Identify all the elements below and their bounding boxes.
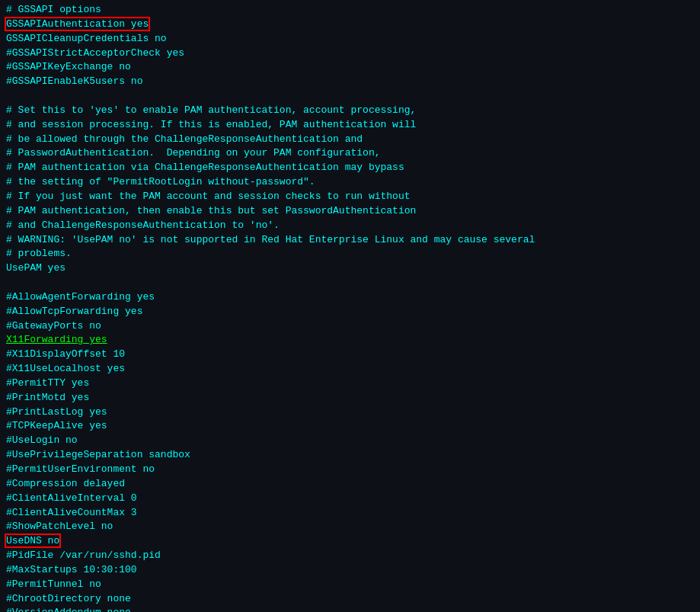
line-gssapi-cleanup: GSSAPICleanupCredentials no xyxy=(6,32,694,46)
line-gssapi-auth: GSSAPIAuthentication yes xyxy=(6,18,694,32)
line-pam-comment-7: # If you just want the PAM account and s… xyxy=(6,190,694,204)
line-x11forwarding: X11Forwarding yes xyxy=(6,333,694,348)
terminal-window: # GSSAPI options GSSAPIAuthentication ye… xyxy=(0,0,700,612)
line-permit-user-env: #PermitUserEnvironment no xyxy=(6,463,694,477)
line-pam-comment-9: # and ChallengeResponseAuthentication to… xyxy=(6,219,694,233)
line-print-lastlog: #PrintLastLog yes xyxy=(6,405,694,420)
line-pam-comment-5: # PAM authentication via ChallengeRespon… xyxy=(6,161,694,175)
line-gssapi-k5users: #GSSAPIEnableK5users no xyxy=(6,75,694,89)
line-allow-agent: #AllowAgentForwarding yes xyxy=(6,290,694,305)
x11forwarding-highlighted: X11Forwarding yes xyxy=(6,334,107,345)
line-tcp-keepalive: #TCPKeepAlive yes xyxy=(6,419,694,434)
line-pam-comment-8: # PAM authentication, then enable this b… xyxy=(6,204,694,219)
line-gssapi-keyexchange: #GSSAPIKeyExchange no xyxy=(6,60,694,75)
line-x11-localhost: #X11UseLocalhost yes xyxy=(6,362,694,376)
line-usedns: UseDNS no xyxy=(6,534,694,549)
line-gssapi-strict: #GSSAPIStrictAcceptorCheck yes xyxy=(6,46,694,61)
line-version-addendum: #VersionAddendum none xyxy=(6,606,694,612)
line-max-startups: #MaxStartups 10:30:100 xyxy=(6,563,694,578)
line-pam-comment-1: # Set this to 'yes' to enable PAM authen… xyxy=(6,104,694,118)
line-client-alive-interval: #ClientAliveInterval 0 xyxy=(6,492,694,506)
usedns-highlighted: UseDNS no xyxy=(6,535,59,546)
line-gssapi-options-comment: # GSSAPI options xyxy=(6,3,694,18)
line-use-privilege: #UsePrivilegeSeparation sandbox xyxy=(6,448,694,463)
line-pam-comment-4: # PasswordAuthentication. Depending on y… xyxy=(6,146,694,161)
line-show-patch: #ShowPatchLevel no xyxy=(6,520,694,534)
line-compression: #Compression delayed xyxy=(6,477,694,492)
line-permit-tunnel: #PermitTunnel no xyxy=(6,578,694,592)
line-use-login: #UseLogin no xyxy=(6,434,694,448)
line-gateway-ports: #GatewayPorts no xyxy=(6,319,694,334)
line-pam-comment-2: # and session processing. If this is ena… xyxy=(6,118,694,133)
line-empty-1 xyxy=(6,89,694,104)
line-client-alive-count: #ClientAliveCountMax 3 xyxy=(6,506,694,521)
line-x11-display: #X11DisplayOffset 10 xyxy=(6,348,694,362)
line-allow-tcp: #AllowTcpForwarding yes xyxy=(6,305,694,319)
line-permit-tty: #PermitTTY yes xyxy=(6,376,694,391)
line-pid-file: #PidFile /var/run/sshd.pid xyxy=(6,549,694,563)
line-pam-comment-3: # be allowed through the ChallengeRespon… xyxy=(6,133,694,147)
line-pam-warning: # WARNING: 'UsePAM no' is not supported … xyxy=(6,233,694,248)
line-chroot-directory: #ChrootDirectory none xyxy=(6,592,694,607)
line-print-motd: #PrintMotd yes xyxy=(6,391,694,405)
line-pam-problems: # problems. xyxy=(6,247,694,261)
line-empty-2 xyxy=(6,276,694,290)
line-pam-comment-6: # the setting of "PermitRootLogin withou… xyxy=(6,175,694,190)
gssapi-auth-highlighted: GSSAPIAuthentication yes xyxy=(6,18,149,30)
line-usepam: UsePAM yes xyxy=(6,261,694,276)
